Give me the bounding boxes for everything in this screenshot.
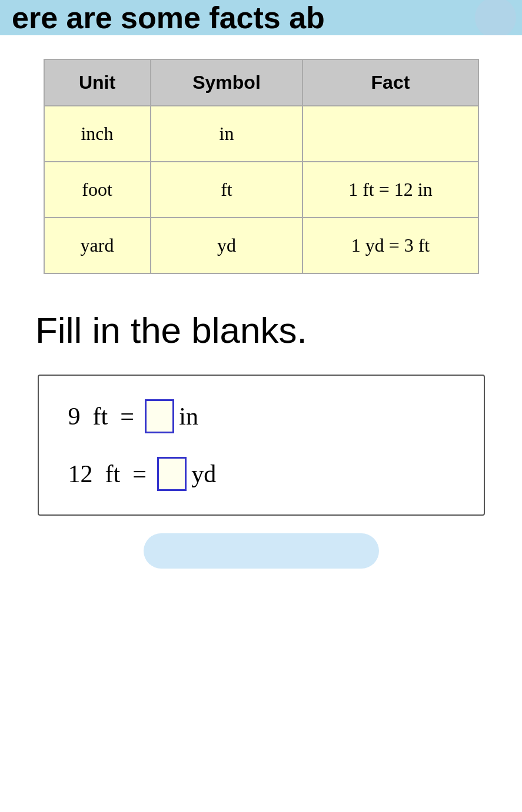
blank-input-1[interactable] <box>145 399 174 433</box>
symbol-yd: yd <box>151 218 303 273</box>
equation-2-prefix: 12 ft = <box>68 460 153 488</box>
symbol-in: in <box>151 106 303 162</box>
table-row: yard yd 1 yd = 3 ft <box>44 218 478 273</box>
equation-2-suffix: yd <box>191 460 216 488</box>
fill-blanks-box: 9 ft = in 12 ft = yd <box>38 375 485 516</box>
blank-input-2[interactable] <box>157 457 187 491</box>
unit-foot: foot <box>44 162 151 218</box>
fill-blanks-title: Fill in the blanks. <box>35 309 487 351</box>
header-banner: ere are some facts ab <box>0 0 522 35</box>
header-text: ere are some facts ab <box>12 0 325 35</box>
hint-box <box>144 533 379 569</box>
equation-row-1: 9 ft = in <box>68 399 454 433</box>
fact-yard: 1 yd = 3 ft <box>302 218 478 273</box>
equation-row-2: 12 ft = yd <box>68 457 454 491</box>
symbol-ft: ft <box>151 162 303 218</box>
table-row: inch in <box>44 106 478 162</box>
fact-inch <box>302 106 478 162</box>
unit-yard: yard <box>44 218 151 273</box>
equation-1-prefix: 9 ft = <box>68 402 141 430</box>
fact-foot: 1 ft = 12 in <box>302 162 478 218</box>
unit-table: Unit Symbol Fact inch in foot ft 1 ft = … <box>44 59 479 274</box>
col-header-symbol: Symbol <box>151 59 303 106</box>
col-header-unit: Unit <box>44 59 151 106</box>
main-content: Unit Symbol Fact inch in foot ft 1 ft = … <box>0 35 522 592</box>
avatar <box>475 0 516 35</box>
unit-inch: inch <box>44 106 151 162</box>
table-row: foot ft 1 ft = 12 in <box>44 162 478 218</box>
col-header-fact: Fact <box>302 59 478 106</box>
equation-1-suffix: in <box>179 402 198 430</box>
